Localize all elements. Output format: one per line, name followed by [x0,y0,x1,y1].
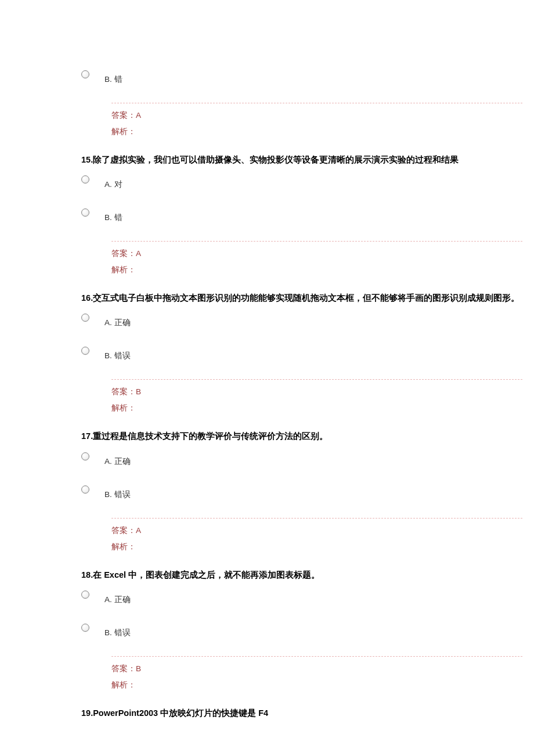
question-body: 除了虚拟实验，我们也可以借助摄像头、实物投影仪等设备更清晰的展示演示实验的过程和… [93,155,459,164]
question-18: 18.在 Excel 中，图表创建完成之后，就不能再添加图表标题。 A. 正确 … [6,568,528,693]
answer-value: A [136,526,141,535]
option-label: A. 正确 [104,590,131,605]
answer-line: 答案：A [111,249,522,259]
option-label: B. 错误 [104,623,131,638]
answer-value: B [136,387,141,396]
answer-label: 答案： [111,249,136,258]
question-text: 19.PowerPoint2003 中放映幻灯片的快捷键是 F4 [6,707,528,720]
question-body: 重过程是信息技术支持下的教学评价与传统评价方法的区别。 [93,431,328,441]
answer-value: A [136,249,141,258]
question-text: 16.交互式电子白板中拖动文本图形识别的功能能够实现随机拖动文本框，但不能够将手… [6,291,528,305]
answer-line: 答案：A [111,110,522,121]
option-label: B. 错 [104,208,122,223]
option-row: B. 错误 [6,485,528,503]
option-label: B. 错误 [104,346,131,361]
answer-line: 答案：B [111,387,522,397]
question-15: 15.除了虚拟实验，我们也可以借助摄像头、实物投影仪等设备更清晰的展示演示实验的… [6,153,528,278]
option-row: A. 正确 [6,452,528,470]
answer-line: 答案：B [111,664,522,674]
option-label: A. 正确 [104,452,131,467]
question-body: 交互式电子白板中拖动文本图形识别的功能能够实现随机拖动文本框，但不能够将手画的图… [93,293,519,303]
answer-block: 答案：A 解析： [111,241,522,278]
answer-value: B [136,664,141,673]
question-number: 17. [81,431,93,441]
explain-line: 解析： [111,680,522,690]
explain-line: 解析： [111,403,522,413]
option-label: A. 对 [104,175,122,190]
answer-block: 答案：A 解析： [111,103,522,139]
explain-line: 解析： [111,127,522,137]
radio-icon[interactable] [81,485,89,494]
answer-label: 答案： [111,664,136,673]
radio-icon[interactable] [81,314,89,322]
answer-block: 答案：B 解析： [111,656,522,693]
question-body: 在 Excel 中，图表创建完成之后，就不能再添加图表标题。 [93,570,320,579]
question-body: PowerPoint2003 中放映幻灯片的快捷键是 F4 [93,708,268,718]
question-number: 19. [81,708,93,718]
option-row: B. 错误 [6,623,528,642]
option-row: A. 正确 [6,590,528,609]
option-label: A. 正确 [104,313,131,328]
radio-icon[interactable] [81,347,89,355]
option-label: B. 错误 [104,485,131,500]
question-17: 17.重过程是信息技术支持下的教学评价与传统评价方法的区别。 A. 正确 B. … [6,430,528,554]
question-number: 18. [81,570,93,579]
radio-icon[interactable] [81,208,89,217]
question-text: 15.除了虚拟实验，我们也可以借助摄像头、实物投影仪等设备更清晰的展示演示实验的… [6,153,528,167]
answer-block: 答案：B 解析： [111,379,522,416]
answer-label: 答案： [111,526,136,535]
explain-line: 解析： [111,542,522,552]
answer-block: 答案：A 解析： [111,518,522,555]
question-16: 16.交互式电子白板中拖动文本图形识别的功能能够实现随机拖动文本框，但不能够将手… [6,291,528,416]
quiz-page: B. 错 答案：A 解析： 15.除了虚拟实验，我们也可以借助摄像头、实物投影仪… [0,70,534,720]
radio-icon[interactable] [81,452,89,460]
question-19: 19.PowerPoint2003 中放映幻灯片的快捷键是 F4 [6,707,528,720]
explain-line: 解析： [111,265,522,275]
answer-value: A [136,111,141,120]
option-row: A. 对 [6,175,528,193]
answer-label: 答案： [111,387,136,396]
option-label: B. 错 [104,70,122,85]
radio-icon[interactable] [81,70,89,78]
answer-label: 答案： [111,111,136,120]
option-row: B. 错 [6,70,528,88]
option-row: B. 错误 [6,346,528,365]
question-number: 15. [81,155,93,164]
question-number: 16. [81,293,93,303]
radio-icon[interactable] [81,624,89,632]
option-row: A. 正确 [6,313,528,332]
question-text: 18.在 Excel 中，图表创建完成之后，就不能再添加图表标题。 [6,568,528,582]
option-row: B. 错 [6,208,528,226]
answer-line: 答案：A [111,525,522,536]
question-text: 17.重过程是信息技术支持下的教学评价与传统评价方法的区别。 [6,430,528,443]
radio-icon[interactable] [81,175,89,183]
radio-icon[interactable] [81,591,89,599]
